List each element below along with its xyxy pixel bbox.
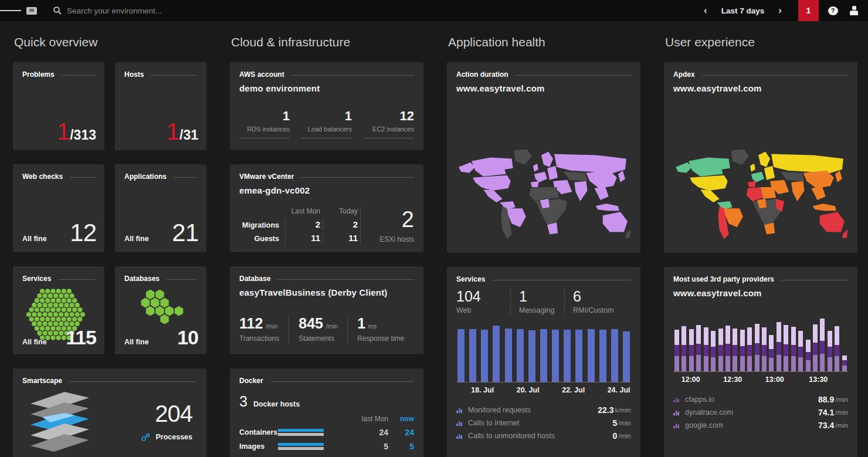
- status-text: All fine: [124, 235, 149, 243]
- application-name: www.easytravel.com: [673, 83, 848, 93]
- tile-applications[interactable]: Applications All fine 21: [115, 164, 206, 252]
- tile-smartscape[interactable]: Smartscape 204: [13, 368, 206, 457]
- databases-count: 10: [177, 327, 198, 347]
- web-checks-count: 12: [70, 221, 96, 245]
- service-metrics-list: Monitored requests 22.3 k/min Calls to I…: [456, 404, 631, 442]
- aws-stat-load-balancers: 1 Load balancers: [301, 109, 352, 138]
- tile-label: Database: [239, 275, 270, 283]
- tile-web-checks[interactable]: Web checks All fine 12: [13, 164, 104, 252]
- tile-apdex[interactable]: Apdex www.easytravel.com: [664, 62, 857, 253]
- applications-count: 21: [172, 221, 198, 245]
- tile-label: AWS account: [239, 70, 284, 79]
- metric-row[interactable]: Calls to Internet 5 /min: [456, 417, 631, 429]
- aws-stat-ec2: 12 EC2 instances: [364, 109, 414, 138]
- tile-3rd-party-providers[interactable]: Most used 3rd party providers www.easytr…: [664, 267, 857, 457]
- timeframe-selector[interactable]: Last 7 days: [716, 6, 771, 15]
- tile-label: Smartscape: [22, 377, 62, 385]
- vmware-table: Last Mon Today Migrations 2 2 – Guests 1…: [239, 207, 360, 243]
- database-name: easyTravelBusiness (Derby Client): [239, 287, 414, 297]
- bar-chart-icon: [456, 433, 463, 439]
- providers-list: cfapps.io 88.9 /min dynatrace.com 74.1 /…: [673, 393, 848, 432]
- tile-label: Docker: [239, 377, 263, 385]
- bar-chart-icon: [456, 407, 463, 413]
- timeframe-next-icon[interactable]: ›: [770, 5, 790, 16]
- apdex-world-map: [672, 143, 849, 247]
- search-icon: [53, 6, 62, 15]
- process-count: 204: [141, 401, 192, 427]
- aws-account-name: demo environment: [239, 83, 414, 93]
- tile-services-health[interactable]: Services 104 Web 1 Messaging 6 RMI/Custo…: [447, 267, 640, 457]
- docker-table: last Mon now Containers 24 24 Images 5 5: [239, 415, 414, 451]
- db-stat-statements: 845 /min Statements: [289, 315, 347, 343]
- tile-label: Hosts: [124, 70, 144, 79]
- tile-action-duration[interactable]: Action duration www.easytravel.com: [447, 62, 640, 253]
- docker-hosts-count: 3: [239, 393, 247, 410]
- tile-label: Apdex: [673, 70, 695, 79]
- tile-databases[interactable]: Databases All fine 10: [115, 266, 206, 354]
- images-bar: [278, 443, 328, 450]
- metric-row[interactable]: Monitored requests 22.3 k/min: [456, 404, 631, 417]
- column-cloud-infrastructure: Cloud & infrastructure AWS account demo …: [230, 35, 423, 457]
- tile-label: Most used 3rd party providers: [673, 275, 774, 283]
- tile-hosts[interactable]: Hosts 1/31: [115, 62, 206, 150]
- column-quick-overview: Quick overview Problems 1/313 Hosts 1/31…: [13, 35, 206, 457]
- svc-stat-web: 104 Web: [456, 288, 510, 314]
- svc-stat-messaging: 1 Messaging: [510, 288, 564, 314]
- section-title: User experience: [664, 35, 857, 62]
- tile-problems[interactable]: Problems 1/313: [13, 62, 104, 150]
- tile-label: VMware vCenter: [239, 172, 294, 181]
- tile-label: Services: [22, 275, 51, 283]
- dashboard: Quick overview Problems 1/313 Hosts 1/31…: [0, 21, 868, 457]
- containers-bar: [278, 429, 328, 436]
- help-chat-icon[interactable]: ?: [822, 0, 843, 21]
- tile-vmware-vcenter[interactable]: VMware vCenter emea-gdn-vc002 Last Mon T…: [230, 164, 423, 252]
- search-bar[interactable]: [53, 6, 243, 15]
- tile-label: Web checks: [22, 172, 63, 181]
- docker-hosts-label: Docker hosts: [253, 400, 300, 408]
- metric-row[interactable]: google.com 73.4 /min: [673, 419, 848, 432]
- hosts-problem-count: 1: [167, 120, 179, 143]
- bar-chart-icon: [673, 409, 680, 415]
- hosts-total: /31: [179, 127, 198, 143]
- providers-stacked-chart: 12:0012:3013:0013:30: [673, 313, 848, 386]
- tile-label: Problems: [22, 70, 55, 79]
- status-text: All fine: [124, 338, 149, 346]
- timeframe-previous-icon[interactable]: ‹: [696, 5, 716, 16]
- services-count: 115: [66, 327, 96, 347]
- process-icon: [141, 433, 151, 441]
- problem-count-badge[interactable]: 1: [798, 0, 819, 21]
- metric-row[interactable]: cfapps.io 88.9 /min: [673, 393, 848, 406]
- column-user-experience: User experience Apdex www.easytravel.com…: [664, 35, 857, 457]
- action-duration-world-map: [455, 143, 632, 247]
- tile-database[interactable]: Database easyTravelBusiness (Derby Clien…: [230, 266, 423, 354]
- top-navigation-bar: ‹ Last 7 days › 1 ?: [0, 0, 868, 21]
- search-input[interactable]: [67, 6, 243, 15]
- bar-chart-icon: [673, 422, 680, 428]
- tile-docker[interactable]: Docker 3 Docker hosts last Mon now Conta…: [230, 368, 423, 457]
- problems-total: /313: [70, 127, 96, 143]
- user-profile-icon[interactable]: [843, 0, 864, 21]
- metric-row[interactable]: Calls to unmonitored hosts 0 /min: [456, 429, 631, 442]
- aws-stat-rds: 1 RDS instances: [239, 109, 290, 138]
- status-text: All fine: [22, 235, 47, 243]
- column-application-health: Application health Action duration www.e…: [447, 35, 640, 457]
- tile-label: Databases: [124, 275, 160, 283]
- smartscape-layers-icon: [22, 388, 110, 453]
- db-stat-response-time: 1 ms Response time: [347, 315, 413, 343]
- status-text: All fine: [22, 338, 47, 346]
- section-title: Application health: [447, 35, 640, 62]
- problems-open-count: 1: [57, 120, 70, 143]
- section-title: Cloud & infrastructure: [230, 35, 423, 62]
- menu-icon[interactable]: [0, 0, 21, 21]
- tile-label: Action duration: [456, 70, 508, 79]
- requests-bar-chart: 18. Jul20. Jul22. Jul24. Jul: [456, 324, 631, 397]
- process-unit-label: Processes: [155, 433, 192, 441]
- tile-aws-account[interactable]: AWS account demo environment 1 RDS insta…: [230, 62, 423, 150]
- db-stat-transactions: 112 /min Transactions: [239, 315, 289, 343]
- tile-services[interactable]: Services All fine 115: [13, 266, 104, 354]
- dashboard-icon[interactable]: [21, 0, 42, 21]
- tile-label: Services: [456, 275, 485, 283]
- section-title: Quick overview: [13, 35, 206, 62]
- metric-row[interactable]: dynatrace.com 74.1 /min: [673, 406, 848, 419]
- bar-chart-icon: [456, 420, 463, 426]
